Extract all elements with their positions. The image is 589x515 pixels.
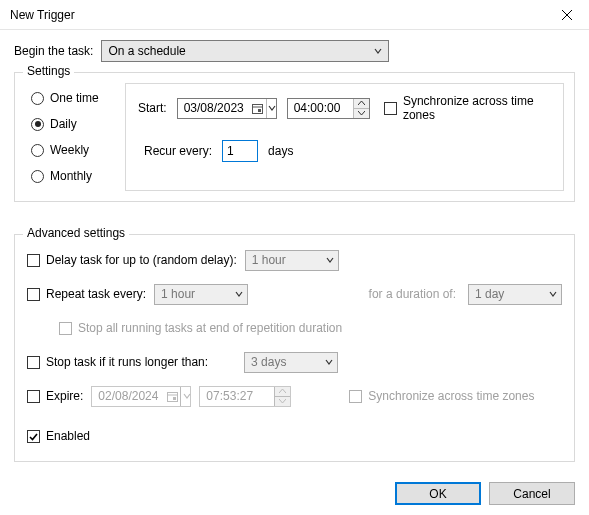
schedule-panel: Start: 03/08/2023 04:00 [125, 83, 564, 191]
titlebar: New Trigger [0, 0, 589, 30]
checkbox-icon [349, 390, 362, 403]
calendar-icon[interactable] [250, 99, 266, 118]
radio-icon [31, 92, 44, 105]
enabled-checkbox[interactable]: Enabled [27, 429, 90, 443]
close-icon [562, 10, 572, 20]
expire-checkbox[interactable]: Expire: [27, 389, 83, 403]
checkbox-icon [27, 430, 40, 443]
begin-task-select[interactable]: On a schedule [101, 40, 389, 62]
repeat-select[interactable]: 1 hour [154, 284, 248, 305]
start-label: Start: [138, 101, 167, 115]
repeat-label: Repeat task every: [46, 287, 146, 301]
ok-label: OK [429, 487, 446, 501]
chevron-down-icon [374, 47, 382, 55]
spinner-up-icon[interactable] [354, 99, 369, 109]
advanced-legend: Advanced settings [23, 226, 129, 240]
stop-all-checkbox: Stop all running tasks at end of repetit… [59, 321, 342, 335]
calendar-icon[interactable] [164, 387, 180, 406]
chevron-down-icon [235, 290, 243, 298]
duration-select[interactable]: 1 day [468, 284, 562, 305]
radio-icon [31, 144, 44, 157]
expire-label: Expire: [46, 389, 83, 403]
start-date-picker[interactable]: 03/08/2023 [177, 98, 277, 119]
radio-weekly-label: Weekly [50, 143, 89, 157]
radio-icon [31, 118, 44, 131]
checkbox-icon [59, 322, 72, 335]
chevron-down-icon [326, 256, 334, 264]
radio-one-time-label: One time [50, 91, 99, 105]
chevron-down-icon [549, 290, 557, 298]
enabled-label: Enabled [46, 429, 90, 443]
delay-value: 1 hour [252, 253, 286, 267]
radio-daily[interactable]: Daily [31, 117, 111, 131]
stop-if-select[interactable]: 3 days [244, 352, 338, 373]
date-picker-controls [164, 387, 192, 406]
radio-weekly[interactable]: Weekly [31, 143, 111, 157]
sync-tz-label: Synchronize across time zones [403, 94, 551, 122]
svg-rect-7 [173, 397, 176, 400]
expire-date-picker[interactable]: 02/08/2024 [91, 386, 191, 407]
stop-if-label: Stop task if it runs longer than: [46, 355, 208, 369]
window-title: New Trigger [10, 8, 75, 22]
stop-all-label: Stop all running tasks at end of repetit… [78, 321, 342, 335]
svg-rect-4 [258, 109, 261, 112]
repeat-value: 1 hour [161, 287, 195, 301]
begin-task-row: Begin the task: On a schedule [14, 40, 575, 62]
checkbox-icon [384, 102, 397, 115]
radio-one-time[interactable]: One time [31, 91, 111, 105]
settings-group: Settings One time Daily Weekly Monthly [14, 72, 575, 202]
time-spinner[interactable] [353, 99, 369, 118]
radio-monthly[interactable]: Monthly [31, 169, 111, 183]
expire-sync-tz-label: Synchronize across time zones [368, 389, 534, 403]
recur-label: Recur every: [144, 144, 212, 158]
expire-time-value: 07:53:27 [200, 389, 274, 403]
expire-sync-tz-checkbox: Synchronize across time zones [349, 389, 534, 403]
delay-label: Delay task for up to (random delay): [46, 253, 237, 267]
begin-task-value: On a schedule [108, 44, 185, 58]
ok-button[interactable]: OK [395, 482, 481, 505]
spinner-up-icon[interactable] [275, 387, 290, 397]
chevron-down-icon[interactable] [180, 387, 192, 406]
duration-value: 1 day [475, 287, 504, 301]
duration-label: for a duration of: [369, 287, 456, 301]
repeat-checkbox[interactable]: Repeat task every: [27, 287, 146, 301]
dialog-footer: OK Cancel [14, 482, 575, 505]
sync-tz-checkbox[interactable]: Synchronize across time zones [384, 94, 551, 122]
stop-if-checkbox[interactable]: Stop task if it runs longer than: [27, 355, 208, 369]
recur-unit: days [268, 144, 293, 158]
checkbox-icon [27, 254, 40, 267]
spinner-down-icon[interactable] [275, 397, 290, 406]
time-spinner[interactable] [274, 387, 290, 406]
start-time-value: 04:00:00 [288, 101, 353, 115]
radio-icon [31, 170, 44, 183]
start-time-picker[interactable]: 04:00:00 [287, 98, 370, 119]
expire-time-picker[interactable]: 07:53:27 [199, 386, 291, 407]
expire-date-value: 02/08/2024 [92, 389, 164, 403]
radio-daily-label: Daily [50, 117, 77, 131]
stop-if-value: 3 days [251, 355, 286, 369]
delay-select[interactable]: 1 hour [245, 250, 339, 271]
start-date-value: 03/08/2023 [178, 101, 250, 115]
close-button[interactable] [544, 0, 589, 30]
cancel-label: Cancel [513, 487, 550, 501]
checkbox-icon [27, 288, 40, 301]
schedule-radio-group: One time Daily Weekly Monthly [25, 83, 111, 191]
chevron-down-icon [325, 358, 333, 366]
delay-checkbox[interactable]: Delay task for up to (random delay): [27, 253, 237, 267]
date-picker-controls [250, 99, 278, 118]
spinner-down-icon[interactable] [354, 109, 369, 118]
radio-monthly-label: Monthly [50, 169, 92, 183]
recur-input[interactable] [222, 140, 258, 162]
checkbox-icon [27, 356, 40, 369]
cancel-button[interactable]: Cancel [489, 482, 575, 505]
checkbox-icon [27, 390, 40, 403]
advanced-group: Advanced settings Delay task for up to (… [14, 234, 575, 462]
settings-legend: Settings [23, 64, 74, 78]
chevron-down-icon[interactable] [266, 99, 278, 118]
begin-task-label: Begin the task: [14, 44, 93, 58]
